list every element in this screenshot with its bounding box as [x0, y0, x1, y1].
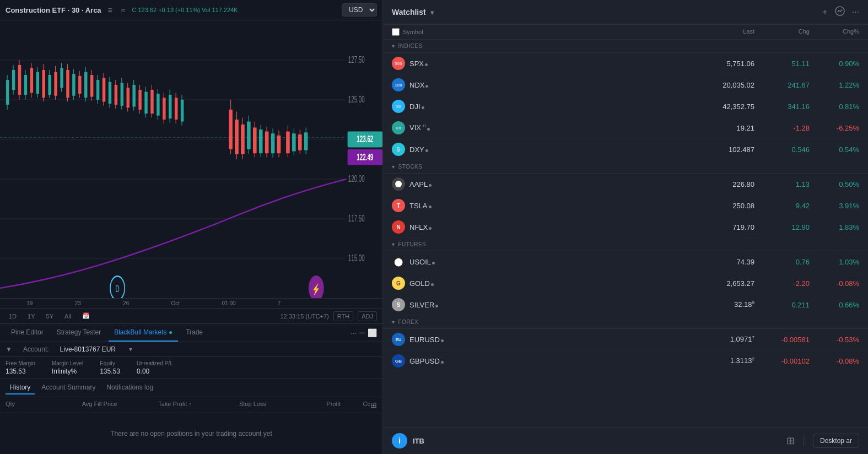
- eurusd-icon: EU: [392, 333, 405, 346]
- watchlist-panel: Watchlist ▾ + ··· Symbol Last Chg Chg% ▾: [383, 0, 868, 454]
- unrealized-value: 0.00: [137, 367, 173, 375]
- gbpusd-last: 1.31132: [688, 356, 754, 365]
- unrealized-stat: Unrealized P/L 0.00: [137, 360, 173, 375]
- section-forex[interactable]: ▾ FOREX: [383, 316, 868, 329]
- col-header-chg: Chg: [754, 28, 810, 36]
- silver-last: 32.189: [688, 300, 754, 309]
- more-tabs-button[interactable]: ···: [351, 328, 357, 337]
- watchlist-title[interactable]: Watchlist ▾: [392, 8, 434, 17]
- futures-label: FUTURES: [398, 241, 427, 247]
- nflx-icon: N: [392, 220, 405, 234]
- spx-icon: 500: [392, 57, 405, 70]
- bottom-actions: ⊞ Desktop ar: [786, 434, 859, 448]
- spx-chg: 51.11: [754, 60, 810, 68]
- aapl-icon: [392, 177, 405, 191]
- equity-value: 135.53: [100, 367, 120, 375]
- equity-stat: Equity 135.53: [100, 360, 120, 375]
- add-watchlist-button[interactable]: +: [822, 7, 827, 17]
- tab-trade[interactable]: Trade: [180, 324, 208, 342]
- tab-account-summary[interactable]: Account Summary: [37, 381, 100, 394]
- all-button[interactable]: All: [61, 311, 74, 321]
- tab-history[interactable]: History: [6, 381, 35, 394]
- list-item[interactable]: S SILVER 32.189 0.211 0.66%: [383, 294, 868, 316]
- gbpusd-icon: GB: [392, 354, 405, 367]
- tsla-icon: T: [392, 199, 405, 212]
- vix-last: 19.21: [688, 124, 754, 132]
- list-item[interactable]: N NFLX 719.70 12.90 1.83%: [383, 217, 868, 238]
- account-label: Account:: [23, 345, 49, 353]
- section-indices[interactable]: ▾ INDICES: [383, 40, 868, 53]
- ndx-chgp: 1.22%: [810, 81, 859, 89]
- list-item[interactable]: 500 SPX 5,751.06 51.11 0.90%: [383, 53, 868, 74]
- time-label: 01:00: [222, 300, 235, 306]
- time-labels: 19 23 26 Oct 01:00 7: [0, 298, 382, 308]
- chart-panel: Construction ETF · 30 · Arca ≡ ≈ C 123.6…: [0, 0, 383, 454]
- currency-select[interactable]: USDEUR: [342, 3, 377, 17]
- vix-icon: VX: [392, 121, 405, 134]
- tab-pine-editor[interactable]: Pine Editor: [6, 324, 49, 342]
- minimize-button[interactable]: ─: [359, 328, 365, 338]
- 5y-button[interactable]: 5Y: [43, 311, 57, 321]
- dxy-symbol: DXY: [409, 145, 428, 154]
- gold-symbol: GOLD: [409, 279, 434, 288]
- symbol-area-dxy: $ DXY: [392, 143, 688, 156]
- desktop-button[interactable]: Desktop ar: [813, 434, 859, 448]
- section-stocks[interactable]: ▾ STOCKS: [383, 160, 868, 174]
- time-label: 23: [75, 300, 81, 306]
- account-dropdown[interactable]: ▾: [129, 345, 132, 353]
- list-item[interactable]: G GOLD 2,653.27 -2.20 -0.08%: [383, 273, 868, 294]
- symbol-area-ndx: 100 NDX: [392, 78, 688, 91]
- dxy-chg: 0.546: [754, 145, 810, 154]
- tab-blackbull[interactable]: BlackBull Markets ●: [109, 324, 178, 342]
- 1y-button[interactable]: 1Y: [24, 311, 38, 321]
- eurusd-chgp: -0.53%: [810, 336, 859, 344]
- chart-svg: D ⚡ 127.50 125.00 120.00 117.50 115.00 1…: [0, 20, 382, 298]
- grid-view-button[interactable]: ⊞: [786, 435, 795, 447]
- list-item[interactable]: 30 DJI 42,352.75 341.16 0.81%: [383, 96, 868, 117]
- list-item[interactable]: 100 NDX 20,035.02 241.67 1.22%: [383, 74, 868, 96]
- columns-settings[interactable]: ⊞: [370, 401, 377, 409]
- list-item[interactable]: AAPL 226.80 1.13 0.50%: [383, 174, 868, 195]
- rth-tag: RTH: [333, 311, 353, 321]
- aapl-chg: 1.13: [754, 180, 810, 188]
- more-options-button[interactable]: ···: [852, 7, 859, 17]
- expand-button[interactable]: ⬜: [368, 328, 377, 337]
- section-futures[interactable]: ▾ FUTURES: [383, 238, 868, 251]
- aapl-symbol: AAPL: [409, 180, 432, 188]
- list-item[interactable]: $ DXY 102.487 0.546 0.54%: [383, 139, 868, 160]
- list-item[interactable]: ⬤ USOIL 74.39 0.76 1.03%: [383, 251, 868, 273]
- symbol-area-dji: 30 DJI: [392, 100, 688, 113]
- free-margin-stat: Free Margin 135.53: [6, 360, 35, 375]
- ndx-chg: 241.67: [754, 81, 810, 89]
- symbol-area-aapl: AAPL: [392, 177, 688, 191]
- silver-chgp: 0.66%: [810, 301, 859, 309]
- tab-strategy-tester[interactable]: Strategy Tester: [51, 324, 106, 342]
- dji-last: 42,352.75: [688, 102, 754, 111]
- compare-button[interactable]: ≡: [106, 4, 115, 15]
- symbol-area-gold: G GOLD: [392, 277, 688, 290]
- gold-chg: -2.20: [754, 279, 810, 288]
- nflx-last: 719.70: [688, 223, 754, 231]
- tab-notifications[interactable]: Notifications log: [102, 381, 158, 394]
- time-label: Oct: [171, 300, 180, 306]
- stats-row: Free Margin 135.53 Margin Level Infinity…: [0, 357, 382, 379]
- gold-icon: G: [392, 277, 405, 290]
- eurusd-last: 1.09717: [688, 335, 754, 343]
- list-item[interactable]: GB GBPUSD 1.31132 -0.00102 -0.08%: [383, 350, 868, 372]
- watchlist-actions: + ···: [822, 6, 859, 19]
- chart-icon-button[interactable]: [834, 6, 845, 19]
- chart-title: Construction ETF · 30 · Arca: [6, 6, 101, 14]
- usoil-last: 74.39: [688, 258, 754, 266]
- select-all-checkbox[interactable]: [392, 28, 400, 36]
- indicator-button[interactable]: ≈: [119, 4, 128, 15]
- nflx-chgp: 1.83%: [810, 223, 859, 231]
- list-item[interactable]: EU EURUSD 1.09717 -0.00581 -0.53%: [383, 329, 868, 350]
- equity-label: Equity: [100, 360, 120, 366]
- list-item[interactable]: VX VIX D 19.21 -1.28 -6.25%: [383, 117, 868, 139]
- col-take-profit: Take Profit ↑: [117, 401, 192, 409]
- calendar-button[interactable]: 📅: [79, 311, 93, 321]
- list-item[interactable]: T TSLA 250.08 9.42 3.91%: [383, 195, 868, 217]
- dxy-last: 102.487: [688, 145, 754, 154]
- account-name: Live-8013767 EUR: [60, 345, 116, 353]
- 1d-button[interactable]: 1D: [6, 311, 20, 321]
